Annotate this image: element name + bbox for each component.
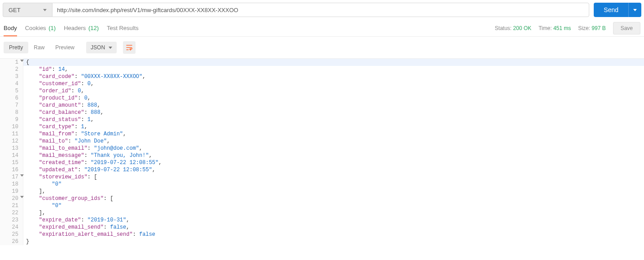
status-block: Status: 200 OK	[495, 25, 531, 31]
chevron-down-icon	[633, 9, 637, 11]
code-content: "order_id": 0,	[23, 87, 84, 95]
format-value: JSON	[91, 44, 105, 51]
code-content: "updated_at": "2019-07-22 12:08:55",	[23, 166, 155, 173]
code-line: 2 "id": 14,	[0, 66, 644, 73]
save-response-button[interactable]: Save	[613, 22, 640, 35]
response-body-viewer[interactable]: 1{2 "id": 14,3 "card_code": "00XXX-XX8XX…	[0, 58, 644, 245]
tab-headers[interactable]: Headers (12)	[64, 20, 99, 36]
line-number: 1	[0, 59, 23, 66]
code-content: "card_code": "00XXX-XX8XX-XXXOO",	[23, 73, 145, 80]
line-number: 10	[0, 123, 23, 130]
code-line: 7 "card_amount": 888,	[0, 102, 644, 109]
code-content: "mail_from": "Store Admin",	[23, 130, 126, 138]
response-meta-row: Body Cookies (1) Headers (12) Test Resul…	[0, 20, 644, 37]
line-number: 14	[0, 152, 23, 159]
code-line: 19 ],	[0, 188, 644, 195]
line-number: 19	[0, 188, 23, 195]
chevron-down-icon	[43, 9, 47, 11]
http-method-value: GET	[9, 7, 21, 13]
body-view-controls: Pretty Raw Preview JSON	[0, 37, 644, 58]
code-line: 6 "product_id": 0,	[0, 95, 644, 102]
code-content: "0"	[23, 202, 61, 209]
size-label: Size:	[578, 25, 590, 31]
tab-body[interactable]: Body	[4, 20, 17, 36]
line-number: 9	[0, 116, 23, 123]
line-number: 26	[0, 238, 23, 245]
code-content: "expiration_alert_email_send": false	[23, 231, 155, 238]
size-block: Size: 997 B	[578, 25, 605, 31]
view-preview[interactable]: Preview	[50, 42, 80, 53]
url-input[interactable]	[52, 3, 589, 17]
code-line: 13 "mail_to_email": "john@doe.com",	[0, 145, 644, 152]
line-number: 4	[0, 80, 23, 87]
line-number: 12	[0, 138, 23, 145]
code-content: ],	[23, 209, 45, 217]
response-tabs: Body Cookies (1) Headers (12) Test Resul…	[4, 20, 139, 36]
line-number: 5	[0, 87, 23, 95]
fold-icon[interactable]	[20, 174, 24, 177]
code-content: "product_id": 0,	[23, 95, 91, 102]
code-line: 21 "0"	[0, 202, 644, 209]
line-number: 21	[0, 202, 23, 209]
line-number: 16	[0, 166, 23, 173]
cookies-count: (1)	[48, 25, 56, 31]
code-content: "card_status": 1,	[23, 116, 94, 123]
code-content: "card_type": 1,	[23, 123, 88, 130]
code-content: "card_amount": 888,	[23, 102, 101, 109]
view-pretty[interactable]: Pretty	[4, 42, 28, 53]
code-content: "mail_message": "Thank you, John!",	[23, 152, 152, 159]
line-number: 15	[0, 159, 23, 166]
fold-icon[interactable]	[20, 60, 24, 62]
line-number: 3	[0, 73, 23, 80]
tab-test-results[interactable]: Test Results	[107, 20, 139, 36]
time-value: 451 ms	[553, 25, 571, 31]
send-button-group: Send	[594, 3, 641, 17]
line-number: 25	[0, 231, 23, 238]
code-content: "id": 14,	[23, 66, 68, 73]
view-mode-group: Pretty Raw Preview	[4, 42, 80, 53]
http-method-select[interactable]: GET	[3, 3, 52, 17]
code-line: 8 "card_balance": 888,	[0, 109, 644, 116]
chevron-down-icon	[109, 47, 112, 49]
code-line: 18 "0"	[0, 181, 644, 188]
code-content: "customer_group_ids": [	[23, 195, 113, 202]
send-dropdown-button[interactable]	[629, 3, 641, 17]
status-value: 200 OK	[513, 25, 531, 31]
code-line: 20 "customer_group_ids": [	[0, 195, 644, 202]
code-line: 11 "mail_from": "Store Admin",	[0, 130, 644, 138]
code-content: "expired_email_send": false,	[23, 224, 129, 231]
line-number: 17	[0, 173, 23, 181]
status-label: Status:	[495, 25, 512, 31]
code-line: 17 "storeview_ids": [	[0, 173, 644, 181]
line-number: 6	[0, 95, 23, 102]
format-select[interactable]: JSON	[86, 42, 117, 53]
line-number: 13	[0, 145, 23, 152]
tab-cookies[interactable]: Cookies (1)	[25, 20, 56, 36]
code-line: 10 "card_type": 1,	[0, 123, 644, 130]
fold-icon[interactable]	[20, 196, 24, 198]
code-content: "mail_to_email": "john@doe.com",	[23, 145, 142, 152]
code-content: "0"	[23, 181, 61, 188]
request-bar: GET Send	[0, 0, 644, 20]
code-line: 1{	[0, 59, 644, 66]
code-content: "mail_to": "John Doe",	[23, 138, 110, 145]
line-number: 2	[0, 66, 23, 73]
code-content: "storeview_ids": [	[23, 173, 97, 181]
code-line: 25 "expiration_alert_email_send": false	[0, 231, 644, 238]
line-wrap-button[interactable]	[123, 41, 136, 54]
time-block: Time: 451 ms	[539, 25, 571, 31]
line-number: 20	[0, 195, 23, 202]
code-content: }	[23, 238, 29, 245]
line-number: 23	[0, 217, 23, 224]
send-button[interactable]: Send	[594, 3, 629, 17]
wrap-lines-icon	[126, 44, 133, 51]
code-line: 12 "mail_to": "John Doe",	[0, 138, 644, 145]
code-content: "expire_date": "2019-10-31",	[23, 217, 129, 224]
size-value: 997 B	[591, 25, 605, 31]
code-line: 5 "order_id": 0,	[0, 87, 644, 95]
code-line: 16 "updated_at": "2019-07-22 12:08:55",	[0, 166, 644, 173]
code-line: 26}	[0, 238, 644, 245]
view-raw[interactable]: Raw	[28, 42, 50, 53]
code-line: 9 "card_status": 1,	[0, 116, 644, 123]
line-number: 24	[0, 224, 23, 231]
